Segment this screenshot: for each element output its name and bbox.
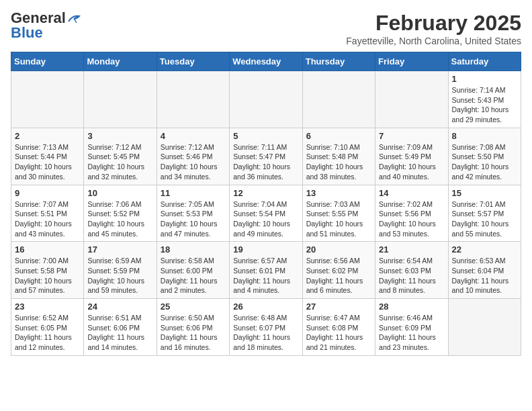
day-number: 12 — [233, 188, 298, 198]
day-number: 13 — [306, 188, 371, 198]
calendar-week-row: 9Sunrise: 7:07 AM Sunset: 5:51 PM Daylig… — [11, 185, 521, 242]
calendar-day-4: 4Sunrise: 7:12 AM Sunset: 5:46 PM Daylig… — [157, 128, 229, 185]
day-info: Sunrise: 6:59 AM Sunset: 5:59 PM Dayligh… — [87, 256, 152, 295]
calendar-day-3: 3Sunrise: 7:12 AM Sunset: 5:45 PM Daylig… — [84, 128, 157, 185]
day-number: 7 — [379, 131, 444, 141]
weekday-header-sunday: Sunday — [11, 52, 84, 71]
month-year-title: February 2025 — [346, 11, 521, 36]
calendar-day-5: 5Sunrise: 7:11 AM Sunset: 5:47 PM Daylig… — [230, 128, 302, 185]
day-number: 3 — [87, 131, 152, 141]
day-info: Sunrise: 7:09 AM Sunset: 5:49 PM Dayligh… — [379, 142, 444, 182]
day-info: Sunrise: 7:01 AM Sunset: 5:57 PM Dayligh… — [452, 199, 517, 239]
title-area: February 2025 Fayetteville, North Caroli… — [346, 11, 521, 46]
day-info: Sunrise: 6:54 AM Sunset: 6:03 PM Dayligh… — [379, 256, 444, 295]
calendar-empty-cell — [302, 71, 375, 128]
calendar-table: SundayMondayTuesdayWednesdayThursdayFrid… — [11, 52, 521, 356]
day-info: Sunrise: 7:12 AM Sunset: 5:45 PM Dayligh… — [87, 142, 152, 182]
day-info: Sunrise: 7:10 AM Sunset: 5:48 PM Dayligh… — [306, 142, 371, 182]
weekday-header-friday: Friday — [375, 52, 448, 71]
day-number: 25 — [161, 302, 226, 312]
day-info: Sunrise: 6:53 AM Sunset: 6:04 PM Dayligh… — [452, 256, 517, 295]
calendar-week-row: 2Sunrise: 7:13 AM Sunset: 5:44 PM Daylig… — [11, 128, 521, 185]
day-number: 5 — [233, 131, 298, 141]
day-info: Sunrise: 7:11 AM Sunset: 5:47 PM Dayligh… — [233, 142, 298, 182]
day-number: 4 — [161, 131, 226, 141]
calendar-day-8: 8Sunrise: 7:08 AM Sunset: 5:50 PM Daylig… — [448, 128, 521, 185]
calendar-week-row: 23Sunrise: 6:52 AM Sunset: 6:05 PM Dayli… — [11, 299, 521, 356]
calendar-empty-cell — [11, 71, 84, 128]
day-number: 6 — [306, 131, 371, 141]
calendar-empty-cell — [448, 299, 521, 356]
weekday-header-saturday: Saturday — [448, 52, 521, 71]
calendar-day-20: 20Sunrise: 6:56 AM Sunset: 6:02 PM Dayli… — [302, 242, 375, 299]
day-number: 19 — [233, 244, 298, 255]
calendar-day-26: 26Sunrise: 6:48 AM Sunset: 6:07 PM Dayli… — [230, 299, 302, 356]
calendar-day-19: 19Sunrise: 6:57 AM Sunset: 6:01 PM Dayli… — [230, 242, 302, 299]
day-info: Sunrise: 7:06 AM Sunset: 5:52 PM Dayligh… — [87, 199, 152, 239]
day-number: 26 — [233, 302, 298, 312]
calendar-day-13: 13Sunrise: 7:03 AM Sunset: 5:55 PM Dayli… — [302, 185, 375, 242]
day-number: 24 — [87, 302, 152, 312]
day-info: Sunrise: 6:51 AM Sunset: 6:06 PM Dayligh… — [87, 313, 152, 353]
calendar-day-16: 16Sunrise: 7:00 AM Sunset: 5:58 PM Dayli… — [11, 242, 84, 299]
calendar-empty-cell — [84, 71, 157, 128]
weekday-header-row: SundayMondayTuesdayWednesdayThursdayFrid… — [11, 52, 521, 71]
day-info: Sunrise: 7:12 AM Sunset: 5:46 PM Dayligh… — [161, 142, 226, 182]
calendar-day-2: 2Sunrise: 7:13 AM Sunset: 5:44 PM Daylig… — [11, 128, 84, 185]
calendar-day-10: 10Sunrise: 7:06 AM Sunset: 5:52 PM Dayli… — [84, 185, 157, 242]
day-number: 14 — [379, 188, 444, 198]
day-number: 8 — [452, 131, 517, 141]
calendar-day-1: 1Sunrise: 7:14 AM Sunset: 5:43 PM Daylig… — [448, 71, 521, 128]
location-subtitle: Fayetteville, North Carolina, United Sta… — [346, 36, 521, 46]
day-number: 21 — [379, 244, 444, 255]
weekday-header-wednesday: Wednesday — [230, 52, 302, 71]
logo: General Blue — [11, 11, 82, 40]
day-info: Sunrise: 6:56 AM Sunset: 6:02 PM Dayligh… — [306, 256, 371, 295]
day-info: Sunrise: 6:50 AM Sunset: 6:06 PM Dayligh… — [161, 313, 226, 353]
calendar-empty-cell — [157, 71, 229, 128]
day-number: 2 — [15, 131, 80, 141]
day-info: Sunrise: 7:14 AM Sunset: 5:43 PM Dayligh… — [452, 85, 517, 125]
day-number: 28 — [379, 302, 444, 312]
day-number: 17 — [87, 244, 152, 255]
day-number: 18 — [161, 244, 226, 255]
calendar-day-24: 24Sunrise: 6:51 AM Sunset: 6:06 PM Dayli… — [84, 299, 157, 356]
calendar-day-12: 12Sunrise: 7:04 AM Sunset: 5:54 PM Dayli… — [230, 185, 302, 242]
calendar-empty-cell — [375, 71, 448, 128]
calendar-day-15: 15Sunrise: 7:01 AM Sunset: 5:57 PM Dayli… — [448, 185, 521, 242]
weekday-header-monday: Monday — [84, 52, 157, 71]
calendar-empty-cell — [230, 71, 302, 128]
calendar-day-21: 21Sunrise: 6:54 AM Sunset: 6:03 PM Dayli… — [375, 242, 448, 299]
day-number: 9 — [15, 188, 80, 198]
day-info: Sunrise: 7:13 AM Sunset: 5:44 PM Dayligh… — [15, 142, 80, 182]
day-number: 20 — [306, 244, 371, 255]
weekday-header-thursday: Thursday — [302, 52, 375, 71]
weekday-header-tuesday: Tuesday — [157, 52, 229, 71]
day-number: 11 — [161, 188, 226, 198]
day-number: 1 — [452, 74, 517, 84]
calendar-day-11: 11Sunrise: 7:05 AM Sunset: 5:53 PM Dayli… — [157, 185, 229, 242]
day-number: 27 — [306, 302, 371, 312]
day-info: Sunrise: 7:00 AM Sunset: 5:58 PM Dayligh… — [15, 256, 80, 295]
day-info: Sunrise: 6:57 AM Sunset: 6:01 PM Dayligh… — [233, 256, 298, 295]
day-info: Sunrise: 7:04 AM Sunset: 5:54 PM Dayligh… — [233, 199, 298, 239]
day-info: Sunrise: 7:07 AM Sunset: 5:51 PM Dayligh… — [15, 199, 80, 239]
logo-bird-icon — [67, 13, 82, 24]
calendar-day-14: 14Sunrise: 7:02 AM Sunset: 5:56 PM Dayli… — [375, 185, 448, 242]
calendar-day-9: 9Sunrise: 7:07 AM Sunset: 5:51 PM Daylig… — [11, 185, 84, 242]
calendar-day-18: 18Sunrise: 6:58 AM Sunset: 6:00 PM Dayli… — [157, 242, 229, 299]
day-info: Sunrise: 6:52 AM Sunset: 6:05 PM Dayligh… — [15, 313, 80, 353]
calendar-day-25: 25Sunrise: 6:50 AM Sunset: 6:06 PM Dayli… — [157, 299, 229, 356]
calendar-day-27: 27Sunrise: 6:47 AM Sunset: 6:08 PM Dayli… — [302, 299, 375, 356]
calendar-day-7: 7Sunrise: 7:09 AM Sunset: 5:49 PM Daylig… — [375, 128, 448, 185]
calendar-week-row: 1Sunrise: 7:14 AM Sunset: 5:43 PM Daylig… — [11, 71, 521, 128]
header: General Blue February 2025 Fayetteville,… — [11, 11, 521, 46]
calendar-day-17: 17Sunrise: 6:59 AM Sunset: 5:59 PM Dayli… — [84, 242, 157, 299]
day-info: Sunrise: 6:46 AM Sunset: 6:09 PM Dayligh… — [379, 313, 444, 353]
day-info: Sunrise: 6:48 AM Sunset: 6:07 PM Dayligh… — [233, 313, 298, 353]
day-number: 10 — [87, 188, 152, 198]
calendar-day-23: 23Sunrise: 6:52 AM Sunset: 6:05 PM Dayli… — [11, 299, 84, 356]
calendar-day-22: 22Sunrise: 6:53 AM Sunset: 6:04 PM Dayli… — [448, 242, 521, 299]
calendar-week-row: 16Sunrise: 7:00 AM Sunset: 5:58 PM Dayli… — [11, 242, 521, 299]
day-info: Sunrise: 7:08 AM Sunset: 5:50 PM Dayligh… — [452, 142, 517, 182]
